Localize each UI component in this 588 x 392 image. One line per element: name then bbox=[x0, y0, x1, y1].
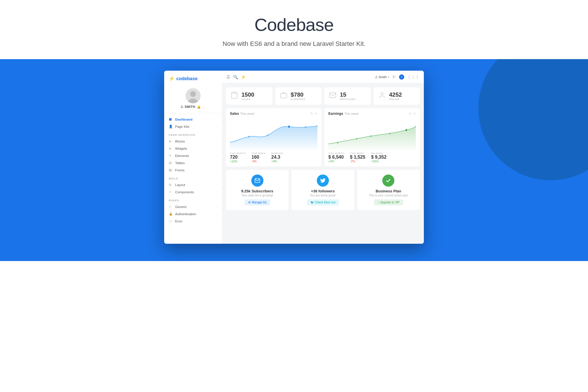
check-them-out-button[interactable]: 🐦 Check them out bbox=[307, 199, 339, 205]
sidebar-item-elements[interactable]: ✦ Elements ‹ bbox=[164, 152, 222, 159]
stat-label-sales: SALES bbox=[241, 98, 254, 101]
chevron-icon: ‹ bbox=[216, 169, 217, 172]
sales-chart-svg bbox=[230, 118, 317, 150]
earnings-chart-svg bbox=[328, 118, 416, 150]
business-plan-desc: This is your current active plan bbox=[369, 194, 408, 197]
svg-point-1 bbox=[190, 91, 196, 97]
gear-icon: ⚙ bbox=[248, 201, 251, 204]
manage-list-button[interactable]: ⚙ Manage list bbox=[245, 199, 270, 205]
twitter-title: +36 followers bbox=[311, 189, 335, 193]
briefcase-icon bbox=[280, 91, 287, 101]
chevron-icon: ‹ bbox=[216, 205, 217, 208]
stat-card-earnings: $780 EARNINGS bbox=[275, 87, 322, 105]
hero-section: Codebase Now with ES6 and a brand new La… bbox=[0, 0, 588, 59]
stat-value-messages: 15 bbox=[340, 91, 356, 98]
stat-value-online: 4252 bbox=[389, 91, 402, 98]
logo-icon: ⚡ bbox=[169, 76, 175, 81]
svg-point-8 bbox=[288, 126, 290, 128]
logo-text: codebase bbox=[176, 76, 198, 81]
sidebar-item-error[interactable]: ▭ Error ‹ bbox=[164, 217, 222, 225]
svg-point-12 bbox=[356, 138, 357, 140]
sidebar-profile: J. SMITH 🔔 → bbox=[164, 85, 222, 113]
stat-card-messages: 15 MESSAGES bbox=[324, 87, 371, 105]
sidebar-item-authentication[interactable]: 🔒 Authentication ‹ bbox=[164, 210, 222, 217]
refresh-icon[interactable]: ↻ bbox=[310, 112, 313, 116]
lightning-icon[interactable]: ⚡ bbox=[241, 75, 246, 79]
notification-badge: 5 bbox=[399, 74, 404, 80]
chevron-icon: ‹ bbox=[216, 220, 217, 223]
sidebar-item-tables[interactable]: ▤ Tables ‹ bbox=[164, 159, 222, 166]
hero-title: Codebase bbox=[6, 14, 582, 35]
upgrade-to-vip-button[interactable]: ↑ Upgrade to VIP bbox=[374, 199, 403, 205]
elements-icon: ✦ bbox=[169, 154, 173, 157]
topbar-grid-icon[interactable]: ⋮⋮⋮ bbox=[407, 75, 419, 79]
chevron-icon: ‹ bbox=[216, 154, 217, 157]
edit-icon-e[interactable]: ✎ bbox=[413, 112, 416, 116]
chevron-icon: ‹ bbox=[216, 125, 217, 128]
topbar-left: ☰ 🔍 ⚡ bbox=[226, 75, 246, 79]
search-icon[interactable]: 🔍 bbox=[233, 75, 238, 79]
section-label-build: BUILD bbox=[164, 174, 222, 181]
topbar-user[interactable]: J. Smith ▾ bbox=[375, 75, 389, 79]
sidebar-item-widgets[interactable]: ◈ Widgets ‹ bbox=[164, 145, 222, 152]
auth-icon: 🔒 bbox=[169, 212, 173, 216]
topbar-right: J. Smith ▾ 🏳 5 ⋮⋮⋮ bbox=[375, 74, 419, 80]
caret-icon: ▾ bbox=[388, 75, 389, 78]
stat-card-sales: 1500 SALES bbox=[226, 87, 272, 105]
user-icon-stat bbox=[378, 91, 386, 101]
logout-icon: → bbox=[202, 105, 205, 108]
stat-value-sales: 1500 bbox=[241, 91, 254, 98]
stat-label-earnings: EARNINGS bbox=[291, 98, 306, 101]
chevron-icon: ‹ bbox=[216, 140, 217, 143]
svg-point-11 bbox=[337, 142, 338, 144]
svg-point-7 bbox=[267, 134, 269, 136]
menu-icon[interactable]: ☰ bbox=[226, 75, 230, 79]
chevron-icon: ‹ bbox=[216, 162, 217, 164]
mail-icon-stat bbox=[329, 91, 336, 101]
sidebar-item-page-kits[interactable]: 👤 Page Kits ‹ bbox=[164, 123, 222, 130]
dashboard-mockup: ⚡ codebase J. SMITH 🔔 → bbox=[164, 71, 424, 244]
section-label-ui: USER INTERFACE bbox=[164, 130, 222, 138]
tables-icon: ▤ bbox=[169, 161, 173, 165]
twitter-widget-icon bbox=[317, 175, 329, 187]
sidebar-logo: ⚡ codebase bbox=[164, 71, 222, 85]
svg-point-5 bbox=[381, 92, 383, 95]
business-plan-title: Business Plan bbox=[376, 189, 401, 193]
refresh-icon-e[interactable]: ↻ bbox=[409, 112, 411, 116]
widget-row: 9.25k Subscribers Your main list is grow… bbox=[226, 170, 420, 210]
sales-chart-card: Sales This week ↻ ✎ bbox=[226, 108, 321, 166]
mail-widget-icon bbox=[251, 175, 263, 187]
forms-icon: ▦ bbox=[169, 168, 173, 172]
main-content: ☰ 🔍 ⚡ J. Smith ▾ 🏳 5 ⋮⋮⋮ bbox=[222, 71, 424, 244]
svg-rect-4 bbox=[280, 94, 287, 98]
chevron-icon: ‹ bbox=[216, 183, 217, 186]
sidebar-item-components[interactable]: ⚛ Components ‹ bbox=[164, 188, 222, 196]
flag-icon: 🏳 bbox=[392, 75, 396, 79]
page-kits-icon: 👤 bbox=[169, 125, 173, 128]
sales-chart-subtitle: This week bbox=[240, 112, 254, 115]
sales-chart-stats: THIS MONTH 720 +16% THIS WEEK 160 -3% AV… bbox=[230, 150, 317, 163]
sidebar-item-forms[interactable]: ▦ Forms ‹ bbox=[164, 166, 222, 174]
earnings-chart-title: Earnings bbox=[328, 112, 343, 116]
layout-icon: ⊞ bbox=[169, 183, 173, 187]
sidebar-item-generic[interactable]: ◇ Generic ‹ bbox=[164, 203, 222, 210]
check-widget-icon bbox=[382, 175, 394, 187]
subscribers-title: 9.25k Subscribers bbox=[241, 189, 273, 193]
error-icon: ▭ bbox=[169, 219, 173, 223]
sidebar-item-layout[interactable]: ⊞ Layout ‹ bbox=[164, 181, 222, 188]
svg-point-6 bbox=[248, 136, 250, 138]
svg-point-13 bbox=[370, 135, 372, 137]
stat-cards: 1500 SALES $780 EARN bbox=[226, 87, 420, 105]
stat-label-messages: MESSAGES bbox=[340, 98, 356, 101]
dashboard-icon: ▣ bbox=[169, 117, 173, 121]
earnings-chart-subtitle: This week bbox=[344, 112, 359, 115]
sidebar-item-dashboard[interactable]: ▣ Dashboard bbox=[164, 116, 222, 123]
chevron-icon: ‹ bbox=[216, 191, 217, 194]
stat-value-earnings: $780 bbox=[291, 91, 306, 98]
earnings-chart-stats: THIS MONTH $ 6,540 +4% THIS WEEK $ 1,525… bbox=[328, 150, 416, 163]
widget-business-plan: Business Plan This is your current activ… bbox=[357, 170, 420, 210]
edit-icon[interactable]: ✎ bbox=[315, 112, 317, 116]
avatar bbox=[186, 88, 201, 103]
widgets-icon: ◈ bbox=[169, 147, 173, 150]
sidebar-item-blocks[interactable]: ◈ Blocks ‹ bbox=[164, 138, 222, 145]
